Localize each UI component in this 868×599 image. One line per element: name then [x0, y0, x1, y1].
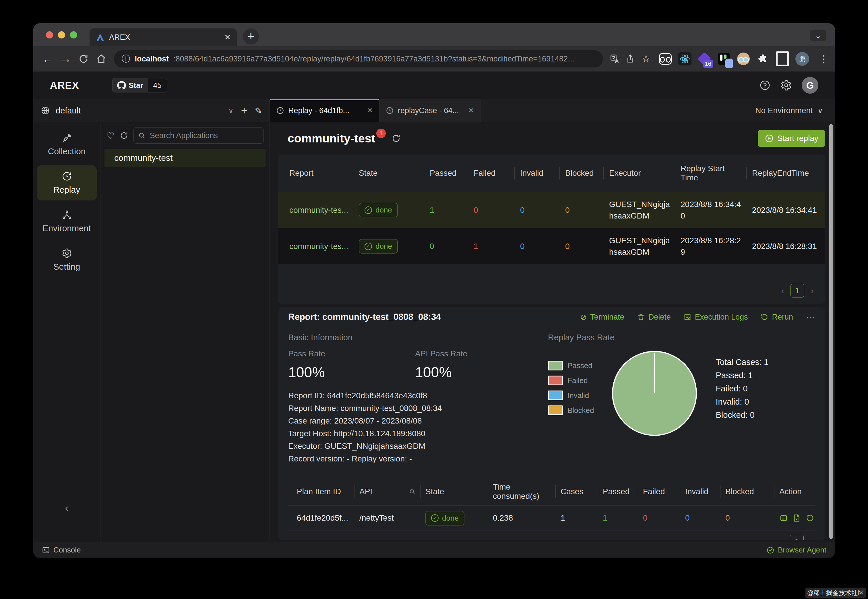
status-badge: ✓done	[359, 203, 398, 217]
versions-line: Record version: - Replay version: -	[288, 453, 548, 465]
minimize-window-button[interactable]	[58, 31, 65, 39]
vue-devtools-icon[interactable]: 16	[698, 52, 711, 65]
next-page-icon[interactable]: ›	[811, 286, 814, 296]
nav-sidebar: Collection Replay Environment Setting ‹	[33, 122, 101, 542]
back-button[interactable]: ←	[40, 51, 56, 67]
applications-panel: ♡ community-test	[101, 122, 270, 542]
status-badge: ✓done	[359, 239, 398, 254]
column-header: Replay Start Time	[675, 164, 746, 182]
browser-menu-icon[interactable]: ⋮	[819, 53, 829, 65]
reload-button[interactable]	[75, 51, 92, 67]
favorites-heart-icon[interactable]: ♡	[106, 130, 114, 141]
bookmark-star-icon[interactable]: ☆	[639, 52, 653, 66]
prev-page-icon[interactable]: ‹	[781, 286, 784, 296]
react-devtools-icon[interactable]	[678, 52, 691, 65]
report-link[interactable]: community-tes...	[289, 206, 348, 215]
github-star-widget[interactable]: Star 45	[112, 78, 167, 92]
share-icon[interactable]	[623, 52, 638, 66]
column-search-icon[interactable]	[409, 488, 416, 495]
report-file-icon[interactable]	[793, 514, 801, 522]
translate-icon[interactable]	[608, 52, 622, 66]
pane-tab-replaycase[interactable]: replayCase - 64... ✕	[380, 99, 481, 122]
add-workspace-button[interactable]: +	[241, 104, 248, 117]
sidebar-item-label: Setting	[53, 262, 80, 272]
mask-extension-icon[interactable]	[659, 52, 672, 65]
side-panel-icon[interactable]	[776, 52, 789, 65]
next-page-icon[interactable]: ›	[810, 536, 813, 540]
api-path: /nettyTest	[354, 513, 420, 522]
page-1-button[interactable]: 1	[790, 535, 804, 540]
zoom-window-button[interactable]	[70, 31, 77, 39]
address-bar[interactable]: ⓘ localhost :8088/64d1ac6a93916a77a3d510…	[114, 50, 603, 68]
execution-logs-button[interactable]: Execution Logs	[683, 313, 748, 322]
replay-start-time: 2023/8/8 16:28:29	[675, 235, 746, 258]
refresh-apps-icon[interactable]	[120, 131, 128, 140]
sidebar-item-setting[interactable]: Setting	[37, 242, 97, 277]
window-controls	[46, 31, 77, 39]
invalid-count: 0	[680, 513, 720, 522]
arex-logo: AREX	[50, 80, 79, 91]
pane-tab-close-icon[interactable]: ✕	[468, 107, 474, 114]
pane-tab-close-icon[interactable]: ✕	[367, 107, 373, 114]
workspace-chevron-icon[interactable]: ∨	[228, 106, 234, 115]
sidebar-item-environment[interactable]: Environment	[37, 204, 97, 239]
application-list-item[interactable]: community-test	[105, 149, 266, 167]
legend-item-failed: Failed	[548, 376, 594, 385]
workspace-selector[interactable]: default ∨ + ✎	[33, 99, 270, 122]
workspace-bar: default ∨ + ✎ Replay - 64d1fb... ✕ repla…	[33, 99, 835, 122]
sidebar-item-collection[interactable]: Collection	[37, 127, 97, 162]
close-window-button[interactable]	[46, 31, 53, 39]
forward-button[interactable]: →	[57, 51, 74, 67]
replay-end-time: 2023/8/8 16:34:41	[746, 205, 825, 216]
passed-count: 1	[598, 513, 638, 522]
case-range-line: Case range: 2023/08/07 - 2023/08/08	[288, 415, 548, 427]
table-row[interactable]: 64d1fe20d5f... /nettyTest ✓done 0.238 1 …	[288, 506, 815, 531]
browser-profile-avatar[interactable]: 鹏	[795, 52, 809, 66]
avatar-face-extension-icon[interactable]	[737, 52, 750, 65]
report-link[interactable]: community-tes...	[289, 242, 348, 251]
sidebar-item-replay[interactable]: Replay	[37, 166, 97, 200]
table-row[interactable]: community-tes... ✓done 0 1 0 0 GUEST_NNg…	[278, 228, 825, 264]
terminate-button[interactable]: ⊘ Terminate	[580, 312, 624, 322]
delete-button[interactable]: Delete	[637, 313, 671, 322]
pane-tab-replay[interactable]: Replay - 64d1fb... ✕	[270, 99, 380, 122]
browser-tab[interactable]: AREX ✕	[90, 29, 237, 46]
environment-select[interactable]: No Environment ∨	[743, 99, 835, 122]
help-icon[interactable]	[759, 80, 771, 91]
table-row[interactable]: community-tes... ✓done 1 0 0 0 GUEST_NNg…	[278, 192, 825, 228]
github-star-count: 45	[148, 78, 167, 92]
replay-plans-card: Report State Passed Failed Invalid Block…	[278, 155, 825, 304]
invalid-count: 0	[514, 206, 559, 215]
edit-workspace-icon[interactable]: ✎	[255, 106, 262, 116]
collapse-panel-icon[interactable]: ‹	[33, 502, 100, 514]
prev-page-icon[interactable]: ‹	[781, 536, 784, 540]
replay-pass-rate-heading: Replay Pass Rate	[548, 333, 815, 342]
color-picker-extension-icon[interactable]	[717, 52, 730, 65]
more-actions-icon[interactable]: ⋯	[806, 312, 815, 322]
items-pagination: ‹ 1 ›	[781, 531, 815, 540]
settings-gear-icon[interactable]	[781, 80, 792, 91]
search-applications-input[interactable]	[149, 131, 260, 140]
page-1-button[interactable]: 1	[790, 284, 804, 298]
case-detail-icon[interactable]	[779, 514, 788, 522]
extension-badge: 16	[703, 60, 713, 68]
rerun-plan-icon[interactable]	[806, 514, 814, 522]
tab-close-icon[interactable]: ✕	[224, 34, 231, 41]
play-circle-icon	[765, 134, 774, 143]
browser-agent-status[interactable]: Browser Agent	[766, 546, 826, 554]
column-header: ReplayEndTime	[746, 169, 825, 178]
rerun-button[interactable]: Rerun	[760, 313, 793, 322]
refresh-title-icon[interactable]	[392, 134, 401, 143]
main-content: community-test 1 Start replay Report Sta…	[270, 122, 835, 542]
tab-search-chevron-icon[interactable]: ⌄	[810, 30, 826, 41]
user-avatar[interactable]: G	[802, 77, 818, 93]
console-toggle[interactable]: Console	[42, 546, 81, 554]
report-title: Report: community-test_0808_08:34	[288, 312, 441, 322]
start-replay-button[interactable]: Start replay	[758, 130, 825, 147]
search-applications-box[interactable]	[134, 128, 264, 144]
home-button[interactable]	[93, 51, 110, 67]
site-info-icon[interactable]: ⓘ	[122, 53, 130, 65]
puzzle-extensions-icon[interactable]	[756, 52, 770, 65]
new-tab-button[interactable]: +	[243, 29, 259, 45]
vertical-scrollbar[interactable]	[829, 124, 833, 539]
